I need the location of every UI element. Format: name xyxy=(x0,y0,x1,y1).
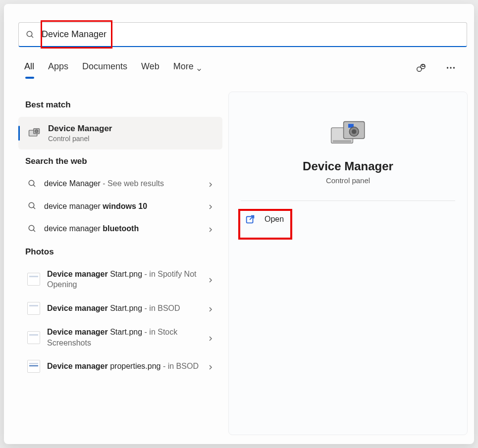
section-photos: Photos xyxy=(18,240,222,263)
search-with-screenshot-icon[interactable] xyxy=(415,61,427,74)
svg-line-16 xyxy=(33,230,35,232)
image-thumb-icon xyxy=(27,331,40,344)
web-result-1[interactable]: device manager windows 10 xyxy=(18,195,222,218)
best-match-text: Device Manager Control panel xyxy=(48,124,112,143)
svg-line-12 xyxy=(33,185,35,187)
image-thumb-icon xyxy=(27,273,40,286)
search-window: All Apps Documents Web More Best match D… xyxy=(4,4,474,444)
tab-web[interactable]: Web xyxy=(141,61,159,75)
svg-point-10 xyxy=(35,130,38,133)
svg-line-14 xyxy=(33,207,35,209)
search-icon xyxy=(27,224,37,234)
web-result-0[interactable]: device Manager - See web results xyxy=(18,172,222,195)
best-match-subtitle: Control panel xyxy=(48,135,112,143)
results-column: Best match Device Manager Control panel … xyxy=(18,93,222,379)
chevron-right-icon xyxy=(208,226,213,232)
section-best-match: Best match xyxy=(18,93,222,116)
chevron-right-icon xyxy=(208,305,213,311)
chevron-down-icon xyxy=(197,64,202,69)
open-label: Open xyxy=(265,215,284,224)
svg-rect-4 xyxy=(422,65,425,67)
device-manager-large-icon xyxy=(329,116,368,150)
more-options-icon[interactable] xyxy=(444,61,457,74)
filter-tabs: All Apps Documents Web More xyxy=(24,61,202,75)
search-icon xyxy=(27,179,37,189)
svg-point-0 xyxy=(27,31,32,37)
photo-result-text: Device manager Start.png - in Spotify No… xyxy=(47,269,201,290)
svg-point-11 xyxy=(29,180,34,186)
web-result-text: device manager windows 10 xyxy=(44,201,201,212)
web-result-text: device manager bluetooth xyxy=(44,223,201,234)
svg-point-13 xyxy=(29,203,34,208)
photo-result-text: Device manager Start.png - in Stock Scre… xyxy=(47,327,201,348)
photo-result-text: Device manager Start.png - in BSOD xyxy=(47,303,201,314)
photo-result-text: Device manager properties.png - in BSOD xyxy=(47,361,201,372)
device-manager-icon xyxy=(27,126,41,140)
svg-point-21 xyxy=(352,129,356,134)
open-action[interactable]: Open xyxy=(241,211,455,228)
search-bar[interactable] xyxy=(18,22,467,47)
preview-subtitle: Control panel xyxy=(229,176,467,185)
photo-result-2[interactable]: Device manager Start.png - in Stock Scre… xyxy=(18,321,222,354)
svg-line-1 xyxy=(31,36,33,38)
best-match-item[interactable]: Device Manager Control panel xyxy=(18,117,222,149)
svg-point-5 xyxy=(447,67,448,68)
svg-point-15 xyxy=(29,225,34,231)
search-icon xyxy=(26,30,35,39)
search-icon xyxy=(27,201,37,211)
chevron-right-icon xyxy=(208,181,213,187)
photo-result-0[interactable]: Device manager Start.png - in Spotify No… xyxy=(18,263,222,296)
svg-point-7 xyxy=(453,67,455,68)
section-search-web: Search the web xyxy=(18,149,222,172)
chevron-right-icon xyxy=(208,276,213,282)
image-thumb-icon xyxy=(27,360,40,373)
tab-apps[interactable]: Apps xyxy=(48,61,68,75)
best-match-title: Device Manager xyxy=(48,124,112,134)
open-external-icon xyxy=(245,214,256,225)
preview-pane: Device Manager Control panel Open xyxy=(228,92,468,435)
photo-result-1[interactable]: Device manager Start.png - in BSOD xyxy=(18,296,222,321)
chevron-right-icon xyxy=(208,203,213,209)
web-result-2[interactable]: device manager bluetooth xyxy=(18,217,222,240)
image-thumb-icon xyxy=(27,302,40,315)
tab-documents[interactable]: Documents xyxy=(82,61,127,75)
tab-more-label: More xyxy=(173,61,194,72)
chevron-right-icon xyxy=(208,335,213,341)
svg-rect-22 xyxy=(332,140,351,143)
preview-title: Device Manager xyxy=(229,159,467,173)
divider xyxy=(241,200,455,201)
tab-more[interactable]: More xyxy=(173,61,202,75)
search-input[interactable] xyxy=(42,29,460,40)
svg-point-6 xyxy=(450,67,451,68)
tab-all[interactable]: All xyxy=(24,61,34,75)
chevron-right-icon xyxy=(208,363,213,369)
top-actions xyxy=(415,61,457,74)
web-result-text: device Manager - See web results xyxy=(44,178,201,189)
photo-result-3[interactable]: Device manager properties.png - in BSOD xyxy=(18,354,222,379)
